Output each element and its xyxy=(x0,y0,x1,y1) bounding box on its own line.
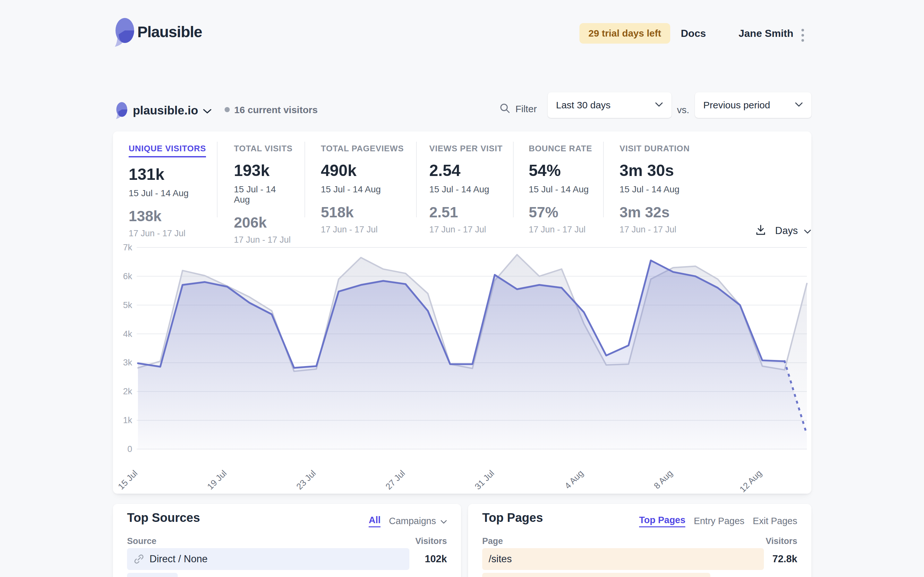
y-axis-tick: 0 xyxy=(128,444,132,454)
stat-prev-value: 518k xyxy=(321,203,404,221)
stat-period: 15 Jul - 14 Aug xyxy=(321,184,404,195)
x-axis-tick: 8 Aug xyxy=(652,468,674,491)
site-chevron-down-icon[interactable] xyxy=(203,108,212,115)
docs-link[interactable]: Docs xyxy=(681,27,706,39)
filter-label: Filter xyxy=(515,103,537,114)
current-area xyxy=(138,260,807,449)
stat-visit-duration[interactable]: VISIT DURATION3m 30s15 Jul - 14 Aug3m 32… xyxy=(620,143,690,235)
kebab-menu-icon[interactable] xyxy=(801,26,804,44)
current-visitors[interactable]: 16 current visitors xyxy=(234,105,318,115)
y-axis-tick: 7k xyxy=(123,243,132,252)
tab-sources-all[interactable]: All xyxy=(368,515,381,527)
x-axis-tick: 19 Jul xyxy=(205,468,228,492)
stat-unique-visitors[interactable]: UNIQUE VISITORS131k15 Jul - 14 Aug138k17… xyxy=(129,143,206,239)
filter-button[interactable]: Filter xyxy=(499,103,537,115)
chevron-down-icon xyxy=(795,102,803,108)
stat-value: 193k xyxy=(234,161,292,180)
stat-period: 15 Jul - 14 Aug xyxy=(129,188,206,198)
sources-visitors-header: Visitors xyxy=(415,536,447,546)
tab-entry-pages[interactable]: Entry Pages xyxy=(694,516,744,526)
stat-total-pageviews[interactable]: TOTAL PAGEVIEWS490k15 Jul - 14 Aug518k17… xyxy=(321,143,404,235)
trial-days-badge[interactable]: 29 trial days left xyxy=(580,23,670,44)
compare-dropdown[interactable]: Previous period xyxy=(695,92,811,118)
date-range-dropdown[interactable]: Last 30 days xyxy=(548,92,672,118)
y-axis-tick: 6k xyxy=(123,271,132,281)
stat-divider xyxy=(304,142,305,218)
interval-value: Days xyxy=(775,225,798,236)
stat-prev-period: 17 Jun - 17 Jul xyxy=(429,225,503,235)
stat-label[interactable]: VIEWS PER VISIT xyxy=(429,143,503,153)
y-axis-tick: 4k xyxy=(123,329,132,339)
top-pages-panel: Top Pages Top PagesEntry PagesExit Pages… xyxy=(468,504,811,577)
chevron-down-icon xyxy=(655,102,663,108)
stat-label[interactable]: BOUNCE RATE xyxy=(529,143,592,153)
export-download-button[interactable] xyxy=(754,224,767,237)
stat-views-per-visit[interactable]: VIEWS PER VISIT2.5415 Jul - 14 Aug2.5117… xyxy=(429,143,503,235)
search-icon xyxy=(499,103,511,115)
stat-prev-value: 3m 32s xyxy=(620,203,690,221)
stat-total-visits[interactable]: TOTAL VISITS193k15 Jul - 14 Aug206k17 Ju… xyxy=(234,143,292,245)
link-icon xyxy=(134,554,144,564)
y-axis-tick: 1k xyxy=(123,416,132,425)
user-menu[interactable]: Jane Smith xyxy=(738,27,793,39)
chevron-down-icon xyxy=(804,229,811,235)
site-favicon xyxy=(115,102,128,119)
y-axis-tick: 3k xyxy=(123,358,132,367)
plausible-logo xyxy=(114,18,135,47)
tab-exit-pages[interactable]: Exit Pages xyxy=(753,516,797,526)
y-axis-tick: 2k xyxy=(123,387,132,396)
stat-label[interactable]: TOTAL PAGEVIEWS xyxy=(321,143,404,153)
stat-period: 15 Jul - 14 Aug xyxy=(620,184,690,195)
x-axis-tick: 23 Jul xyxy=(294,468,318,492)
source-name[interactable]: Direct / None xyxy=(127,548,461,570)
tab-sources-campaigns[interactable]: Campaigns xyxy=(389,516,447,526)
top-pages-title: Top Pages xyxy=(482,511,543,525)
page-visitors-value: 72.8k xyxy=(772,548,797,570)
top-sources-title: Top Sources xyxy=(127,511,200,525)
x-axis-tick: 4 Aug xyxy=(563,468,585,491)
tab-top-pages[interactable]: Top Pages xyxy=(639,515,686,527)
stat-value: 131k xyxy=(129,165,206,184)
source-row[interactable]: Direct / None xyxy=(127,548,461,570)
stat-bounce-rate[interactable]: BOUNCE RATE54%15 Jul - 14 Aug57%17 Jun -… xyxy=(529,143,592,235)
pages-col-header: Page xyxy=(482,536,503,546)
stat-divider xyxy=(416,142,417,218)
stat-period: 15 Jul - 14 Aug xyxy=(234,184,292,205)
x-axis-tick: 15 Jul xyxy=(116,468,139,492)
pages-visitors-header: Visitors xyxy=(766,536,797,546)
x-axis-tick: 27 Jul xyxy=(384,468,407,492)
compare-value: Previous period xyxy=(703,100,770,111)
source-visitors-value: 102k xyxy=(425,548,447,570)
stat-prev-value: 57% xyxy=(529,203,592,221)
date-range-value: Last 30 days xyxy=(556,100,611,111)
live-dot-icon xyxy=(225,107,230,112)
stat-divider xyxy=(217,142,218,218)
interval-dropdown[interactable]: Days xyxy=(775,225,811,237)
site-selector[interactable]: plausible.io xyxy=(133,104,198,117)
top-sources-panel: Top Sources All Campaigns Source Visitor… xyxy=(113,504,461,577)
chart-svg: 01k2k3k4k5k6k7k15 Jul19 Jul23 Jul27 Jul3… xyxy=(113,240,811,500)
brand-name: Plausible xyxy=(137,23,202,41)
stat-label[interactable]: TOTAL VISITS xyxy=(234,143,292,153)
stat-value: 2.54 xyxy=(429,161,503,180)
stat-prev-value: 206k xyxy=(234,214,292,231)
stat-prev-period: 17 Jun - 17 Jul xyxy=(321,225,404,235)
page-name[interactable]: /sites xyxy=(482,548,811,570)
bar-fill xyxy=(127,573,178,577)
stat-prev-value: 138k xyxy=(129,207,206,225)
sources-col-header: Source xyxy=(127,536,157,546)
visitors-line-chart[interactable]: 01k2k3k4k5k6k7k15 Jul19 Jul23 Jul27 Jul3… xyxy=(113,240,811,500)
page-row[interactable]: /sites xyxy=(482,548,811,570)
stat-prev-period: 17 Jun - 17 Jul xyxy=(129,229,206,239)
stat-value: 54% xyxy=(529,161,592,180)
stat-label[interactable]: UNIQUE VISITORS xyxy=(129,143,206,157)
stat-value: 3m 30s xyxy=(620,161,690,180)
bar-fill xyxy=(482,573,710,577)
stat-divider xyxy=(603,142,604,218)
vs-label: vs. xyxy=(677,105,689,115)
stat-label[interactable]: VISIT DURATION xyxy=(620,143,690,153)
stat-prev-period: 17 Jun - 17 Jul xyxy=(620,225,690,235)
stat-divider xyxy=(513,142,514,218)
y-axis-tick: 5k xyxy=(123,300,132,310)
stat-period: 15 Jul - 14 Aug xyxy=(529,184,592,195)
